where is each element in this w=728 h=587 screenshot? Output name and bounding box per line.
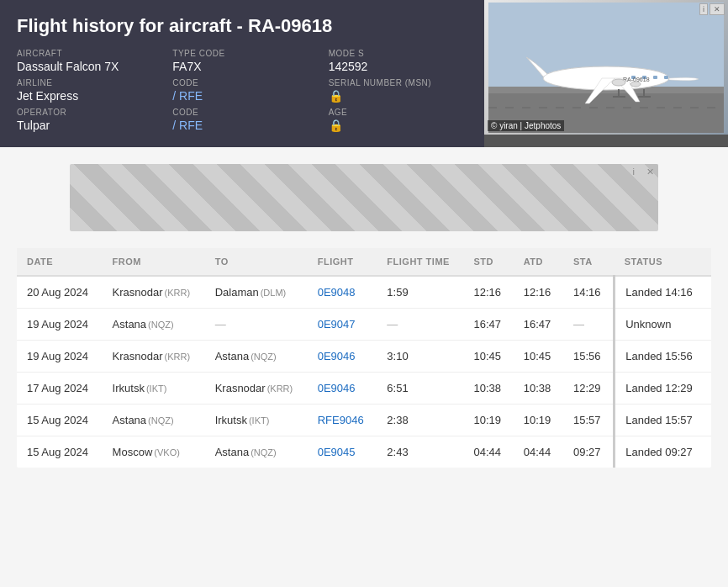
photo-close-icon[interactable]: ✕ (710, 3, 725, 15)
operator-label: OPERATOR (17, 108, 156, 117)
to-dash: — (215, 318, 226, 331)
to-code: (NQZ) (251, 447, 277, 457)
from-code: (NQZ) (148, 320, 174, 330)
to-code: (DLM) (261, 288, 287, 298)
cell-flight[interactable]: 0E9046 (308, 373, 377, 405)
cell-date: 15 Aug 2024 (17, 436, 103, 468)
col-from: FROM (103, 248, 205, 276)
airline-value: Jet Express (17, 89, 156, 103)
status-text: Landed 15:56 (625, 350, 693, 362)
col-flight-time: FLIGHT TIME (377, 248, 463, 276)
to-code: (KRR) (267, 383, 293, 394)
flight-time-dash: — (387, 318, 398, 331)
table-row: 15 Aug 2024 Astana(NQZ) Irkutsk(IKT) RFE… (17, 405, 711, 436)
flight-history-table: DATE FROM TO FLIGHT FLIGHT TIME STD ATD … (17, 248, 711, 468)
cell-to: Krasnodar(KRR) (205, 373, 308, 405)
col-date: DATE (17, 248, 103, 276)
from-code: (KRR) (165, 352, 191, 362)
cell-status-divider: Landed 15:56 (615, 341, 711, 373)
cell-std: 04:44 (464, 436, 514, 468)
sta: 15:56 (573, 350, 601, 362)
table-row: 19 Aug 2024 Krasnodar(KRR) Astana(NQZ) 0… (17, 341, 711, 373)
flight-link[interactable]: 0E9047 (318, 318, 356, 331)
cell-sta: 12:29 (563, 373, 615, 405)
code-label-2: Code (172, 108, 311, 117)
svg-rect-8 (664, 76, 668, 79)
code-value-1[interactable]: / RFE (172, 89, 311, 103)
operator-value: Tulpar (17, 119, 156, 132)
cell-status-divider: Landed 14:16 (615, 276, 711, 309)
cell-flight[interactable]: 0E9047 (308, 309, 377, 341)
code-value-2[interactable]: / RFE (172, 119, 311, 132)
table-row: 15 Aug 2024 Moscow(VKO) Astana(NQZ) 0E90… (17, 436, 711, 468)
cell-date: 15 Aug 2024 (17, 405, 103, 436)
table-row: 17 Aug 2024 Irkutsk(IKT) Krasnodar(KRR) … (17, 373, 711, 405)
col-sta: STA (563, 248, 615, 276)
cell-flight-time: — (377, 309, 463, 341)
cell-from: Astana(NQZ) (103, 309, 205, 341)
cell-flight[interactable]: RFE9046 (308, 405, 377, 436)
code-label-1: Code (172, 78, 311, 87)
age-value: 🔒 (329, 119, 467, 132)
cell-flight-time: 2:43 (377, 436, 463, 468)
cell-status-divider: Landed 09:27 (615, 436, 711, 468)
aircraft-block: AIRCRAFT Dassault Falcon 7X AIRLINE Jet … (17, 49, 156, 132)
col-atd: ATD (514, 248, 563, 276)
header-info: Flight history for aircraft - RA-09618 A… (0, 0, 484, 147)
aircraft-label: AIRCRAFT (17, 49, 156, 58)
status-text: Unknown (625, 318, 671, 331)
cell-sta: — (563, 309, 615, 341)
ad-banner: i ✕ (70, 164, 658, 231)
cell-atd: 10:45 (514, 341, 563, 373)
flight-link[interactable]: RFE9046 (318, 414, 364, 426)
table-header: DATE FROM TO FLIGHT FLIGHT TIME STD ATD … (17, 248, 711, 276)
cell-atd: 10:38 (514, 373, 563, 405)
cell-flight-time: 3:10 (377, 341, 463, 373)
flight-time: 2:38 (387, 414, 408, 426)
sta: 15:57 (573, 414, 601, 426)
to-code: (NQZ) (251, 352, 277, 362)
from-code: (VKO) (154, 447, 180, 457)
airline-label: AIRLINE (17, 78, 156, 87)
ad-close-button[interactable]: ✕ (646, 167, 654, 177)
aircraft-value: Dassault Falcon 7X (17, 60, 156, 73)
mode-s-block: MODE S 142592 SERIAL NUMBER (MSN) 🔒 AGE … (329, 49, 467, 132)
flight-link[interactable]: 0E9046 (318, 382, 356, 394)
cell-sta: 15:56 (563, 341, 615, 373)
ad-info-icon[interactable]: i (699, 3, 708, 15)
flight-time: 1:59 (387, 286, 408, 299)
age-label: AGE (329, 108, 467, 117)
status-text: Landed 12:29 (625, 382, 693, 394)
cell-std: 10:19 (464, 405, 514, 436)
from-code: (NQZ) (148, 415, 174, 426)
cell-atd: 16:47 (514, 309, 563, 341)
cell-date: 20 Aug 2024 (17, 276, 103, 309)
cell-flight[interactable]: 0E9045 (308, 436, 377, 468)
table-body: 20 Aug 2024 Krasnodar(KRR) Dalaman(DLM) … (17, 276, 711, 468)
cell-date: 19 Aug 2024 (17, 341, 103, 373)
flight-link[interactable]: 0E9048 (318, 286, 356, 299)
cell-atd: 04:44 (514, 436, 563, 468)
table-row: 20 Aug 2024 Krasnodar(KRR) Dalaman(DLM) … (17, 276, 711, 309)
flight-time: 6:51 (387, 382, 408, 394)
cell-from: Astana(NQZ) (103, 405, 205, 436)
sta-dash: — (573, 318, 584, 331)
cell-flight[interactable]: 0E9046 (308, 341, 377, 373)
type-code-block: TYPE CODE FA7X Code / RFE Code / RFE (172, 49, 311, 132)
cell-sta: 14:16 (563, 276, 615, 309)
sta: 09:27 (573, 446, 601, 458)
plane-svg: RA-09618 (488, 3, 724, 133)
flight-link[interactable]: 0E9046 (318, 350, 356, 362)
flight-link[interactable]: 0E9045 (318, 446, 356, 458)
ad-info-badge[interactable]: i (633, 167, 635, 177)
info-grid: AIRCRAFT Dassault Falcon 7X AIRLINE Jet … (17, 49, 467, 132)
serial-number-label: SERIAL NUMBER (MSN) (329, 78, 467, 87)
cell-flight-time: 1:59 (377, 276, 463, 309)
photo-credit: © yiran | Jetphotos (488, 120, 564, 131)
cell-flight[interactable]: 0E9048 (308, 276, 377, 309)
svg-point-14 (612, 79, 625, 86)
cell-status-divider: Landed 15:57 (615, 405, 711, 436)
type-code-label: TYPE CODE (172, 49, 311, 58)
cell-from: Krasnodar(KRR) (103, 341, 205, 373)
from-code: (IKT) (146, 383, 166, 394)
